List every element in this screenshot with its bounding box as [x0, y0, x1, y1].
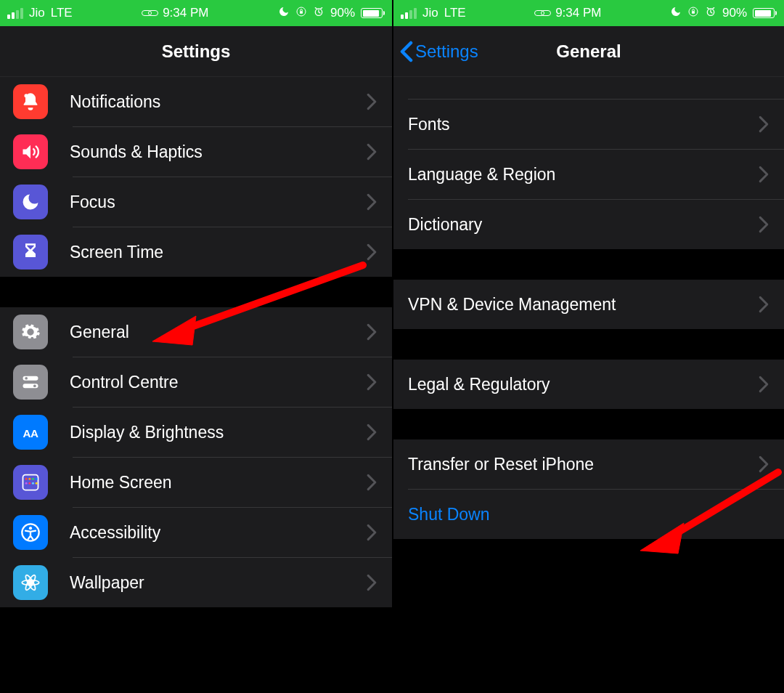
- battery-pct: 90%: [722, 6, 747, 20]
- general-item-reset[interactable]: Transfer or Reset iPhone: [393, 439, 784, 489]
- chevron-right-icon: [366, 243, 377, 261]
- general-item-vpn[interactable]: VPN & Device Management: [393, 280, 784, 329]
- chevron-right-icon: [366, 143, 377, 161]
- lock-icon: [295, 6, 307, 21]
- general-item-language[interactable]: Language & Region: [393, 150, 784, 199]
- row-label: Legal & Regulatory: [408, 375, 758, 394]
- row-label: Notifications: [70, 92, 366, 112]
- chevron-right-icon: [758, 216, 769, 233]
- signal-icon: [401, 8, 417, 19]
- clock-label: 9:34 PM: [163, 6, 208, 20]
- row-label: Screen Time: [70, 243, 366, 262]
- moon-icon: [278, 6, 290, 21]
- toggles-icon: [13, 365, 48, 400]
- general-item-shutdown[interactable]: Shut Down: [393, 490, 784, 539]
- network-label: LTE: [51, 6, 73, 20]
- alarm-icon: [313, 6, 324, 21]
- row-label: Home Screen: [70, 473, 366, 493]
- settings-item-accessibility[interactable]: Accessibility: [0, 508, 392, 557]
- row-label: Focus: [70, 192, 366, 212]
- battery-icon: [361, 8, 385, 18]
- chevron-right-icon: [366, 373, 377, 391]
- general-screen: Jio LTE 9:34 PM 90% Settings General . F…: [392, 0, 784, 693]
- battery-icon: [753, 8, 777, 18]
- hotspot-icon: [534, 10, 551, 16]
- chevron-right-icon: [366, 474, 377, 491]
- gear-icon: [13, 315, 48, 349]
- general-item-fonts[interactable]: Fonts: [393, 100, 784, 149]
- chevron-right-icon: [758, 115, 769, 133]
- battery-pct: 90%: [330, 6, 355, 20]
- row-label: VPN & Device Management: [408, 295, 758, 315]
- settings-list[interactable]: Notifications Sounds & Haptics Focus Scr…: [0, 77, 392, 693]
- page-title: General: [556, 41, 621, 62]
- general-item-partial[interactable]: .: [393, 77, 784, 99]
- settings-item-wallpaper[interactable]: Wallpaper: [0, 558, 392, 607]
- hotspot-icon: [142, 10, 158, 16]
- speaker-icon: [13, 134, 48, 169]
- row-label: Transfer or Reset iPhone: [408, 455, 758, 474]
- moon-icon: [13, 185, 48, 219]
- signal-icon: [7, 8, 23, 19]
- carrier-label: Jio: [422, 6, 438, 20]
- settings-item-sounds[interactable]: Sounds & Haptics: [0, 127, 392, 177]
- chevron-left-icon: [399, 41, 414, 62]
- row-label: Fonts: [408, 115, 758, 134]
- lock-icon: [687, 6, 699, 21]
- page-title: Settings: [162, 41, 231, 62]
- chevron-right-icon: [366, 574, 377, 591]
- back-label: Settings: [415, 41, 478, 62]
- flower-icon: [13, 565, 48, 600]
- settings-item-notifications[interactable]: Notifications: [0, 77, 392, 126]
- general-item-dictionary[interactable]: Dictionary: [393, 200, 784, 249]
- row-label: Control Centre: [70, 373, 366, 392]
- alarm-icon: [705, 6, 716, 21]
- chevron-right-icon: [758, 166, 769, 183]
- row-label: Accessibility: [70, 523, 366, 543]
- network-label: LTE: [444, 6, 466, 20]
- row-label: Dictionary: [408, 215, 758, 235]
- chevron-right-icon: [366, 93, 377, 110]
- chevron-right-icon: [758, 455, 769, 473]
- general-item-legal[interactable]: Legal & Regulatory: [393, 360, 784, 409]
- chevron-right-icon: [366, 423, 377, 441]
- bell-icon: [13, 84, 48, 119]
- back-button[interactable]: Settings: [399, 26, 478, 76]
- settings-item-homescreen[interactable]: Home Screen: [0, 458, 392, 507]
- chevron-right-icon: [366, 524, 377, 541]
- row-label: Shut Down: [408, 505, 769, 524]
- row-label: General: [70, 323, 366, 342]
- row-label: Language & Region: [408, 165, 758, 185]
- settings-item-focus[interactable]: Focus: [0, 177, 392, 227]
- chevron-right-icon: [366, 193, 377, 211]
- row-label: Display & Brightness: [70, 423, 366, 442]
- moon-icon: [670, 6, 682, 21]
- status-bar: Jio LTE 9:34 PM 90%: [393, 0, 784, 26]
- row-label: Wallpaper: [70, 573, 366, 593]
- general-list[interactable]: . Fonts Language & Region Dictionary VPN…: [393, 77, 784, 693]
- chevron-right-icon: [366, 323, 377, 341]
- nav-bar: Settings General: [393, 26, 784, 77]
- settings-screen: Jio LTE 9:34 PM 90% Settings Notificatio…: [0, 0, 392, 693]
- accessibility-icon: [13, 515, 48, 550]
- settings-item-screentime[interactable]: Screen Time: [0, 227, 392, 277]
- row-label: Sounds & Haptics: [70, 142, 366, 162]
- status-bar: Jio LTE 9:34 PM 90%: [0, 0, 392, 26]
- settings-item-general[interactable]: General: [0, 307, 392, 357]
- settings-item-display[interactable]: Display & Brightness: [0, 408, 392, 457]
- carrier-label: Jio: [29, 6, 45, 20]
- chevron-right-icon: [758, 296, 769, 313]
- settings-item-controlcentre[interactable]: Control Centre: [0, 357, 392, 407]
- hourglass-icon: [13, 235, 48, 270]
- nav-bar: Settings: [0, 26, 392, 77]
- text-size-icon: [13, 415, 48, 450]
- chevron-right-icon: [758, 376, 769, 393]
- app-grid-icon: [13, 465, 48, 500]
- clock-label: 9:34 PM: [555, 6, 601, 20]
